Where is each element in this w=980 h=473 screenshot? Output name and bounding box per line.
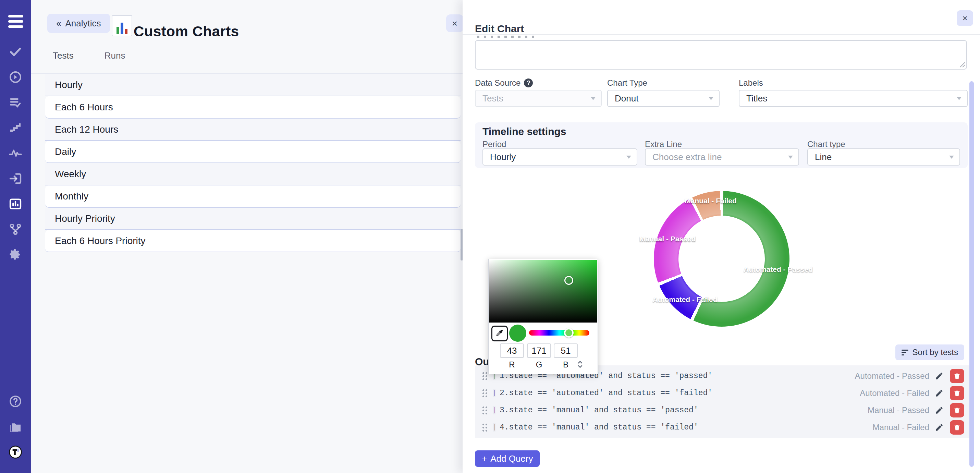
tab-tests[interactable]: Tests	[51, 50, 76, 61]
list-item-hourly[interactable]: Hourly	[45, 74, 461, 96]
chevron-down-icon	[709, 97, 713, 100]
back-to-analytics-button[interactable]: « Analytics	[47, 14, 110, 33]
red-label: R	[500, 360, 524, 369]
donut-hole	[678, 216, 765, 302]
runs-play-icon[interactable]	[8, 70, 22, 84]
current-color-swatch[interactable]	[509, 325, 526, 342]
query-expression: 2.state == 'automated' and status == 'fa…	[500, 389, 713, 398]
drag-handle-icon[interactable]	[482, 423, 488, 432]
saturation-area[interactable]	[489, 260, 597, 323]
hue-slider[interactable]	[529, 330, 589, 336]
color-swatch-frame[interactable]	[493, 389, 495, 397]
panel-close-button[interactable]: ×	[446, 14, 463, 32]
query-row: 3.state == 'manual' and status == 'passe…	[475, 402, 970, 419]
settings-gear-icon[interactable]	[8, 247, 22, 262]
drag-handle-icon[interactable]	[482, 371, 488, 381]
chevrons-left-icon: «	[56, 18, 61, 29]
pulse-icon[interactable]	[8, 146, 22, 161]
page-title: Custom Charts	[134, 23, 239, 40]
query-title-label: Automated - Passed	[855, 371, 929, 381]
delete-query-button[interactable]	[950, 420, 964, 435]
green-input[interactable]	[527, 344, 551, 358]
data-source-select[interactable]: Tests	[475, 90, 602, 107]
chart-description-textarea[interactable]	[475, 40, 967, 70]
test-plans-icon[interactable]	[8, 95, 22, 110]
delete-query-button[interactable]	[950, 369, 964, 383]
color-picker-popover: R G B	[488, 259, 598, 374]
delete-query-button[interactable]	[950, 403, 964, 417]
clipped-label-fragment	[477, 36, 535, 38]
blue-input[interactable]	[554, 344, 578, 358]
red-input[interactable]	[500, 344, 524, 358]
list-item-monthly[interactable]: Monthly	[45, 185, 461, 208]
tabs: Tests Runs	[51, 50, 127, 61]
edit-pencil-icon[interactable]	[935, 371, 944, 381]
list-item-each-12-hours[interactable]: Each 12 Hours	[45, 119, 461, 141]
edit-pencil-icon[interactable]	[935, 406, 944, 415]
eyedropper-button[interactable]	[492, 326, 508, 341]
branches-icon[interactable]	[8, 222, 22, 237]
extra-line-select[interactable]: Choose extra line	[645, 148, 799, 166]
menu-icon[interactable]	[8, 15, 23, 28]
green-label: G	[527, 360, 551, 369]
edit-pencil-icon[interactable]	[935, 423, 944, 432]
query-expression: 3.state == 'manual' and status == 'passe…	[500, 406, 698, 415]
icon-rail	[0, 0, 31, 473]
custom-charts-panel: « Analytics Custom Charts × Tests Runs H…	[31, 0, 463, 473]
color-swatch-frame[interactable]	[493, 406, 495, 414]
chart-type-label: Chart Type	[607, 78, 647, 88]
trash-icon	[953, 424, 961, 431]
data-source-label: Data Source ?	[475, 78, 533, 88]
query-color-swatch	[494, 407, 495, 413]
help-icon[interactable]	[8, 394, 22, 409]
panel-header: « Analytics Custom Charts ×	[31, 0, 463, 38]
edit-pencil-icon[interactable]	[935, 389, 944, 398]
extra-line-label: Extra Line	[645, 140, 682, 149]
query-expression: 4.state == 'manual' and status == 'faile…	[500, 423, 698, 432]
timeline-chart-type-select[interactable]: Line	[807, 148, 960, 166]
edit-chart-title: Edit Chart	[475, 23, 524, 35]
app-root: « Analytics Custom Charts × Tests Runs H…	[0, 0, 980, 473]
chevron-down-icon	[626, 156, 631, 159]
list-item-each-6-hours-priority[interactable]: Each 6 Hours Priority	[45, 230, 461, 252]
add-query-button[interactable]: + Add Query	[475, 451, 540, 467]
app-logo[interactable]	[8, 445, 22, 459]
analytics-icon[interactable]	[8, 197, 22, 211]
saturation-pointer[interactable]	[564, 276, 573, 285]
hue-slider-thumb[interactable]	[564, 328, 574, 338]
edit-chart-close-button[interactable]: ×	[957, 10, 973, 26]
donut-chart[interactable]: Manual - Failed Manual - Passed Automate…	[654, 191, 789, 326]
drag-handle-icon[interactable]	[482, 389, 488, 398]
format-toggle-icon[interactable]	[576, 359, 584, 369]
back-label: Analytics	[65, 18, 101, 29]
chevron-down-icon	[591, 97, 595, 100]
timeline-settings-section: Timeline settings Period Extra Line Char…	[475, 123, 968, 168]
panel-scrollbar[interactable]	[969, 81, 974, 467]
query-row: 2.state == 'automated' and status == 'fa…	[475, 385, 970, 401]
imports-icon[interactable]	[8, 171, 22, 186]
timeline-settings-title: Timeline settings	[482, 126, 566, 137]
chevron-down-icon	[949, 156, 954, 159]
color-swatch-frame[interactable]	[493, 423, 495, 432]
eyedropper-icon	[495, 329, 504, 338]
sort-icon	[902, 350, 908, 355]
trash-icon	[953, 372, 961, 380]
chart-type-select[interactable]: Donut	[607, 90, 719, 107]
help-circle-icon[interactable]: ?	[524, 78, 533, 88]
drag-handle-icon[interactable]	[482, 406, 488, 415]
list-item-each-6-hours[interactable]: Each 6 Hours	[45, 96, 461, 119]
chevron-down-icon	[788, 156, 793, 159]
period-select[interactable]: Hourly	[482, 148, 637, 166]
plus-icon: +	[482, 454, 487, 464]
labels-select[interactable]: Titles	[739, 90, 968, 107]
list-item-daily[interactable]: Daily	[45, 141, 461, 163]
query-row: 4.state == 'manual' and status == 'faile…	[475, 419, 970, 436]
sort-by-tests-button[interactable]: Sort by tests	[896, 344, 964, 360]
list-item-weekly[interactable]: Weekly	[45, 163, 461, 185]
milestones-steps-icon[interactable]	[8, 121, 22, 135]
list-item-hourly-priority[interactable]: Hourly Priority	[45, 208, 461, 230]
projects-folder-icon[interactable]	[8, 420, 22, 435]
tab-runs[interactable]: Runs	[102, 50, 127, 61]
delete-query-button[interactable]	[950, 386, 964, 400]
tests-check-icon[interactable]	[8, 45, 22, 59]
